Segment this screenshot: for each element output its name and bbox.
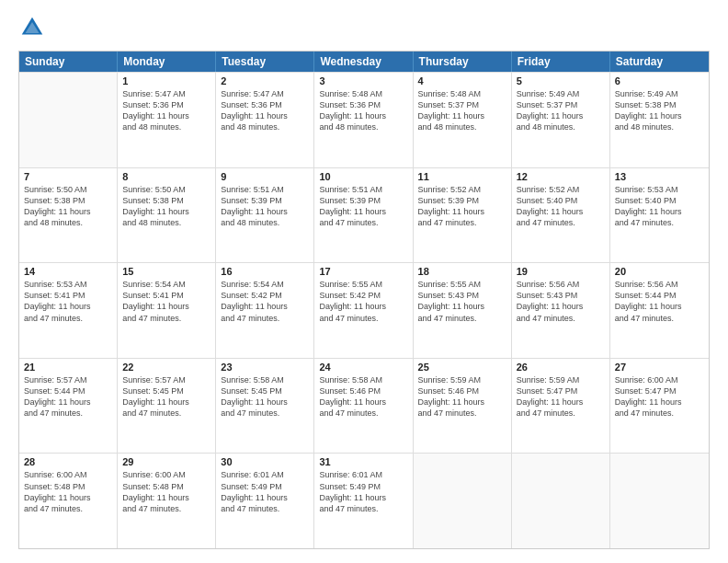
day-info: Sunrise: 5:54 AM Sunset: 5:42 PM Dayligh… — [221, 279, 309, 324]
day-info: Sunrise: 5:51 AM Sunset: 5:39 PM Dayligh… — [221, 184, 309, 229]
logo — [18, 14, 50, 41]
calendar-row-4: 21Sunrise: 5:57 AM Sunset: 5:44 PM Dayli… — [19, 358, 709, 454]
day-number: 29 — [122, 456, 210, 467]
calendar-body: 1Sunrise: 5:47 AM Sunset: 5:36 PM Daylig… — [19, 72, 709, 548]
day-number: 3 — [319, 75, 407, 86]
day-number: 13 — [615, 171, 704, 182]
day-number: 20 — [615, 266, 704, 277]
calendar-cell-1-6: 5Sunrise: 5:49 AM Sunset: 5:37 PM Daylig… — [512, 73, 610, 167]
day-number: 26 — [517, 362, 605, 373]
calendar-cell-5-3: 30Sunrise: 6:01 AM Sunset: 5:49 PM Dayli… — [216, 454, 314, 548]
calendar-cell-5-4: 31Sunrise: 6:01 AM Sunset: 5:49 PM Dayli… — [314, 454, 413, 548]
calendar-row-3: 14Sunrise: 5:53 AM Sunset: 5:41 PM Dayli… — [19, 262, 709, 358]
day-info: Sunrise: 5:47 AM Sunset: 5:36 PM Dayligh… — [122, 88, 210, 133]
calendar-cell-2-2: 8Sunrise: 5:50 AM Sunset: 5:38 PM Daylig… — [118, 168, 216, 263]
day-number: 2 — [221, 75, 309, 86]
day-info: Sunrise: 6:01 AM Sunset: 5:49 PM Dayligh… — [319, 469, 407, 514]
day-info: Sunrise: 6:00 AM Sunset: 5:48 PM Dayligh… — [24, 469, 112, 514]
day-info: Sunrise: 5:58 AM Sunset: 5:46 PM Dayligh… — [319, 374, 407, 419]
day-info: Sunrise: 5:53 AM Sunset: 5:41 PM Dayligh… — [24, 279, 112, 324]
day-number: 30 — [221, 456, 309, 467]
day-info: Sunrise: 5:58 AM Sunset: 5:45 PM Dayligh… — [221, 374, 309, 419]
calendar-cell-3-7: 20Sunrise: 5:56 AM Sunset: 5:44 PM Dayli… — [610, 263, 709, 358]
day-number: 23 — [221, 362, 309, 373]
weekday-header-monday: Monday — [118, 52, 216, 72]
day-number: 6 — [615, 75, 704, 86]
calendar-cell-2-6: 12Sunrise: 5:52 AM Sunset: 5:40 PM Dayli… — [512, 168, 610, 263]
day-number: 1 — [122, 75, 210, 86]
day-info: Sunrise: 5:57 AM Sunset: 5:45 PM Dayligh… — [122, 374, 210, 419]
calendar-cell-1-1 — [19, 73, 118, 167]
day-info: Sunrise: 5:50 AM Sunset: 5:38 PM Dayligh… — [24, 184, 112, 229]
day-number: 19 — [517, 266, 605, 277]
day-info: Sunrise: 5:49 AM Sunset: 5:37 PM Dayligh… — [517, 88, 605, 133]
day-info: Sunrise: 5:47 AM Sunset: 5:36 PM Dayligh… — [221, 88, 309, 133]
day-number: 9 — [221, 171, 309, 182]
day-info: Sunrise: 5:59 AM Sunset: 5:47 PM Dayligh… — [517, 374, 605, 419]
calendar-cell-3-2: 15Sunrise: 5:54 AM Sunset: 5:41 PM Dayli… — [118, 263, 216, 358]
calendar-cell-1-7: 6Sunrise: 5:49 AM Sunset: 5:38 PM Daylig… — [610, 73, 709, 167]
calendar-row-5: 28Sunrise: 6:00 AM Sunset: 5:48 PM Dayli… — [19, 453, 709, 548]
day-info: Sunrise: 5:53 AM Sunset: 5:40 PM Dayligh… — [615, 184, 704, 229]
calendar-cell-3-4: 17Sunrise: 5:55 AM Sunset: 5:42 PM Dayli… — [314, 263, 413, 358]
day-number: 15 — [122, 266, 210, 277]
calendar-header: SundayMondayTuesdayWednesdayThursdayFrid… — [19, 52, 709, 72]
weekday-header-wednesday: Wednesday — [314, 52, 413, 72]
day-info: Sunrise: 5:57 AM Sunset: 5:44 PM Dayligh… — [24, 374, 112, 419]
page: SundayMondayTuesdayWednesdayThursdayFrid… — [0, 0, 728, 563]
day-number: 18 — [418, 266, 506, 277]
calendar-row-1: 1Sunrise: 5:47 AM Sunset: 5:36 PM Daylig… — [19, 72, 709, 167]
calendar-cell-4-4: 24Sunrise: 5:58 AM Sunset: 5:46 PM Dayli… — [314, 359, 413, 454]
logo-icon — [18, 14, 46, 41]
day-number: 17 — [319, 266, 407, 277]
day-info: Sunrise: 5:54 AM Sunset: 5:41 PM Dayligh… — [122, 279, 210, 324]
calendar-cell-3-5: 18Sunrise: 5:55 AM Sunset: 5:43 PM Dayli… — [414, 263, 512, 358]
calendar-cell-5-7 — [610, 454, 709, 548]
day-info: Sunrise: 5:49 AM Sunset: 5:38 PM Dayligh… — [615, 88, 704, 133]
day-number: 12 — [517, 171, 605, 182]
calendar-cell-3-3: 16Sunrise: 5:54 AM Sunset: 5:42 PM Dayli… — [216, 263, 314, 358]
day-info: Sunrise: 5:56 AM Sunset: 5:43 PM Dayligh… — [517, 279, 605, 324]
day-number: 8 — [122, 171, 210, 182]
calendar-cell-2-5: 11Sunrise: 5:52 AM Sunset: 5:39 PM Dayli… — [414, 168, 512, 263]
day-info: Sunrise: 5:51 AM Sunset: 5:39 PM Dayligh… — [319, 184, 407, 229]
day-info: Sunrise: 5:48 AM Sunset: 5:36 PM Dayligh… — [319, 88, 407, 133]
calendar-cell-5-1: 28Sunrise: 6:00 AM Sunset: 5:48 PM Dayli… — [19, 454, 118, 548]
day-number: 5 — [517, 75, 605, 86]
day-info: Sunrise: 5:48 AM Sunset: 5:37 PM Dayligh… — [418, 88, 506, 133]
day-info: Sunrise: 5:52 AM Sunset: 5:39 PM Dayligh… — [418, 184, 506, 229]
day-info: Sunrise: 5:56 AM Sunset: 5:44 PM Dayligh… — [615, 279, 704, 324]
calendar-cell-1-4: 3Sunrise: 5:48 AM Sunset: 5:36 PM Daylig… — [314, 73, 413, 167]
day-number: 25 — [418, 362, 506, 373]
day-number: 22 — [122, 362, 210, 373]
day-number: 21 — [24, 362, 112, 373]
day-info: Sunrise: 5:50 AM Sunset: 5:38 PM Dayligh… — [122, 184, 210, 229]
calendar-cell-5-6 — [512, 454, 610, 548]
day-info: Sunrise: 5:55 AM Sunset: 5:42 PM Dayligh… — [319, 279, 407, 324]
day-info: Sunrise: 6:00 AM Sunset: 5:47 PM Dayligh… — [615, 374, 704, 419]
day-number: 10 — [319, 171, 407, 182]
weekday-header-thursday: Thursday — [414, 52, 512, 72]
day-number: 7 — [24, 171, 112, 182]
calendar-cell-4-6: 26Sunrise: 5:59 AM Sunset: 5:47 PM Dayli… — [512, 359, 610, 454]
calendar-cell-2-7: 13Sunrise: 5:53 AM Sunset: 5:40 PM Dayli… — [610, 168, 709, 263]
day-info: Sunrise: 5:59 AM Sunset: 5:46 PM Dayligh… — [418, 374, 506, 419]
day-number: 28 — [24, 456, 112, 467]
day-number: 11 — [418, 171, 506, 182]
calendar-cell-4-5: 25Sunrise: 5:59 AM Sunset: 5:46 PM Dayli… — [414, 359, 512, 454]
calendar-cell-5-5 — [414, 454, 512, 548]
calendar-cell-4-7: 27Sunrise: 6:00 AM Sunset: 5:47 PM Dayli… — [610, 359, 709, 454]
calendar-cell-1-5: 4Sunrise: 5:48 AM Sunset: 5:37 PM Daylig… — [414, 73, 512, 167]
day-number: 16 — [221, 266, 309, 277]
calendar: SundayMondayTuesdayWednesdayThursdayFrid… — [18, 51, 710, 549]
day-number: 4 — [418, 75, 506, 86]
calendar-cell-5-2: 29Sunrise: 6:00 AM Sunset: 5:48 PM Dayli… — [118, 454, 216, 548]
calendar-cell-3-6: 19Sunrise: 5:56 AM Sunset: 5:43 PM Dayli… — [512, 263, 610, 358]
day-info: Sunrise: 6:00 AM Sunset: 5:48 PM Dayligh… — [122, 469, 210, 514]
header — [18, 14, 710, 41]
calendar-cell-2-4: 10Sunrise: 5:51 AM Sunset: 5:39 PM Dayli… — [314, 168, 413, 263]
day-number: 31 — [319, 456, 407, 467]
weekday-header-saturday: Saturday — [610, 52, 709, 72]
day-number: 27 — [615, 362, 704, 373]
day-number: 14 — [24, 266, 112, 277]
